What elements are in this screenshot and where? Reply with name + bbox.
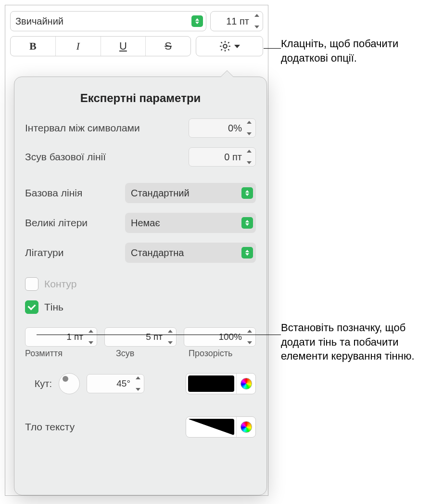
color-wheel-icon (240, 378, 252, 389)
font-size-stepper[interactable]: 11 пт (210, 11, 263, 31)
shadow-blur-value: 1 пт (66, 332, 83, 342)
baseline-select[interactable]: Стандартний (125, 183, 256, 203)
angle-dial[interactable] (59, 373, 80, 394)
dropdown-arrows-icon (191, 15, 203, 27)
capitals-value: Немає (131, 218, 160, 229)
style-row: B I U S (5, 34, 268, 62)
baseline-shift-row: Зсув базової лінії 0 пт (14, 142, 266, 171)
shadow-annotation: Встановіть позначку, щоб додати тінь та … (281, 321, 430, 363)
char-spacing-value: 0% (228, 123, 242, 134)
ligatures-value: Стандартна (131, 247, 184, 258)
text-bg-swatch (188, 419, 234, 435)
popover-title: Експертні параметри (14, 77, 266, 114)
bold-icon: B (29, 40, 37, 52)
text-style-segmented: B I U S (10, 36, 191, 56)
stepper-arrows-icon (87, 330, 95, 344)
checkmark-icon (28, 302, 36, 310)
advanced-options-button[interactable] (196, 36, 263, 56)
stepper-arrows-icon (134, 376, 142, 391)
outline-row: Контур (14, 272, 266, 296)
shadow-color-swatch (188, 375, 234, 392)
text-bg-label: Тло тексту (25, 421, 186, 433)
angle-stepper[interactable]: 45° (87, 374, 144, 393)
shadow-angle-row: Кут: 45° (14, 365, 266, 402)
stepper-arrows-icon (245, 121, 253, 135)
ligatures-row: Лігатури Стандартна (14, 238, 266, 268)
baseline-label: Базова лінія (25, 187, 120, 199)
ligatures-label: Лігатури (25, 247, 120, 258)
gear-annotation: Клацніть, щоб побачити додаткові опції. (281, 37, 430, 65)
stepper-arrows-icon (245, 150, 253, 164)
italic-icon: I (76, 40, 79, 52)
shadow-blur-label: Розмиття (25, 349, 97, 359)
baseline-row: Базова лінія Стандартний (14, 178, 266, 208)
shadow-opacity-stepper[interactable]: 100% (184, 327, 256, 347)
stepper-arrows-icon (166, 330, 175, 344)
color-picker-button[interactable] (236, 417, 255, 437)
font-size-value: 11 пт (226, 16, 249, 27)
bold-button[interactable]: B (11, 37, 56, 56)
capitals-label: Великі літери (25, 217, 120, 229)
svg-point-0 (223, 44, 227, 48)
shadow-blur-stepper[interactable]: 1 пт (25, 327, 97, 347)
shadow-opacity-label: Прозорість (184, 349, 256, 359)
capitals-row: Великі літери Немає (14, 208, 266, 238)
strikethrough-button[interactable]: S (146, 37, 190, 56)
char-spacing-label: Інтервал між символами (25, 122, 184, 134)
outline-checkbox[interactable] (25, 277, 38, 291)
callout-line (264, 48, 281, 49)
shadow-checkbox[interactable] (25, 300, 38, 314)
shadow-param-labels: Розмиття Зсув Прозорість (14, 348, 266, 365)
shadow-row: Тінь (14, 296, 266, 319)
char-spacing-row: Інтервал між символами 0% (14, 114, 266, 142)
chevron-down-icon (234, 45, 240, 48)
font-style-select[interactable]: Звичайний (10, 11, 206, 31)
baseline-value: Стандартний (131, 188, 190, 199)
shadow-label: Тінь (44, 301, 63, 313)
underline-button[interactable]: U (101, 37, 146, 56)
shadow-color-well[interactable] (186, 373, 256, 394)
stepper-arrows-icon (253, 14, 261, 28)
callout-line (37, 335, 281, 335)
baseline-shift-label: Зсув базової лінії (25, 151, 184, 163)
baseline-shift-stepper[interactable]: 0 пт (189, 147, 256, 167)
dropdown-arrows-icon (241, 217, 253, 229)
text-bg-color-well[interactable] (186, 416, 256, 438)
font-style-value: Звичайний (15, 16, 63, 27)
capitals-select[interactable]: Немає (125, 213, 256, 233)
dropdown-arrows-icon (241, 247, 253, 258)
angle-value: 45° (116, 378, 130, 389)
text-bg-row: Тло тексту (14, 402, 266, 445)
strikethrough-icon: S (165, 40, 172, 52)
shadow-offset-stepper[interactable]: 5 пт (104, 327, 177, 347)
shadow-opacity-value: 100% (218, 332, 242, 342)
font-row: Звичайний 11 пт (5, 5, 268, 34)
angle-indicator-icon (63, 376, 68, 382)
baseline-shift-value: 0 пт (224, 152, 242, 163)
outline-label: Контур (44, 278, 76, 290)
gear-icon (219, 40, 231, 52)
color-picker-button[interactable] (236, 374, 255, 394)
dropdown-arrows-icon (241, 187, 253, 199)
popover-arrow (220, 71, 234, 78)
angle-label: Кут: (25, 378, 52, 389)
shadow-params: 1 пт 5 пт 100% (14, 319, 266, 348)
advanced-options-popover: Експертні параметри Інтервал між символа… (14, 77, 267, 495)
stepper-arrows-icon (245, 330, 254, 344)
color-wheel-icon (240, 421, 252, 433)
shadow-offset-value: 5 пт (146, 332, 163, 342)
format-panel: Звичайний 11 пт B I U S Експертні параме… (5, 5, 268, 496)
underline-icon: U (119, 40, 127, 52)
italic-button[interactable]: I (56, 37, 101, 56)
char-spacing-stepper[interactable]: 0% (189, 118, 256, 138)
ligatures-select[interactable]: Стандартна (125, 243, 256, 263)
shadow-offset-label: Зсув (104, 349, 177, 359)
